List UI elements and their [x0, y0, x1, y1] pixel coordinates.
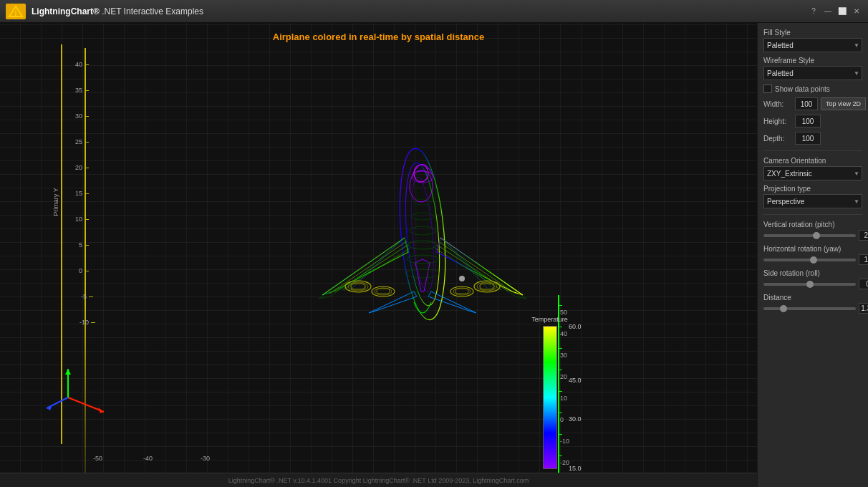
height-input[interactable] — [795, 115, 821, 127]
svg-point-40 — [410, 226, 435, 235]
svg-line-44 — [68, 397, 104, 412]
temp-label-15: 15.0 — [569, 465, 582, 472]
vertical-rotation-value: 29 — [859, 230, 868, 241]
side-rotation-section: Side rotation (roll) 0 — [763, 269, 862, 289]
divider-1 — [763, 150, 862, 151]
left-tick-30: 30 — [75, 112, 89, 120]
projection-type-select-wrapper: Perspective Orthographic — [763, 194, 862, 208]
side-rotation-slider-row: 0 — [763, 279, 862, 289]
svg-line-16 — [443, 239, 494, 289]
left-tick-40: 40 — [75, 61, 89, 68]
svg-rect-24 — [377, 289, 390, 294]
chart-title: Airplane colored in real-time by spatial… — [273, 32, 484, 42]
left-tick-0: 0 — [79, 267, 89, 274]
show-data-points-row: Show data points — [763, 85, 862, 93]
app-logo — [6, 4, 26, 19]
svg-line-8 — [335, 245, 408, 292]
horizontal-rotation-label: Horizontal rotation (yaw) — [763, 245, 862, 253]
main-layout: Airplane colored in real-time by spatial… — [0, 23, 868, 487]
help-button[interactable]: ? — [808, 6, 819, 17]
chart-area[interactable]: Airplane colored in real-time by spatial… — [0, 23, 757, 487]
window-controls[interactable]: ? — ⬜ ✕ — [808, 6, 862, 17]
horizontal-rotation-slider-row: 18 — [763, 254, 862, 265]
wireframe-style-select[interactable]: Paletted Solid None — [763, 66, 862, 80]
vertical-rotation-slider[interactable] — [763, 234, 856, 237]
fill-style-select[interactable]: Paletted Solid None — [763, 38, 862, 52]
side-rotation-slider[interactable] — [763, 283, 856, 286]
left-tick-15: 15 — [75, 190, 89, 197]
camera-orientation-section: Camera Orientation ZXY_Extrinsic XYZ_Int… — [763, 157, 862, 180]
wireframe-style-section: Wireframe Style Paletted Solid None — [763, 57, 862, 80]
horizontal-rotation-section: Horizontal rotation (yaw) 18 — [763, 245, 862, 265]
left-tick-5: 5 — [79, 241, 89, 249]
vertical-rotation-label: Vertical rotation (pitch) — [763, 221, 862, 228]
svg-point-43 — [405, 269, 440, 278]
svg-rect-31 — [455, 289, 468, 294]
camera-orientation-select[interactable]: ZXY_Extrinsic XYZ_Intrinsic — [763, 166, 862, 180]
svg-line-6 — [322, 238, 405, 295]
bottom-axis: -50 -40 -30 — [72, 455, 564, 469]
left-tick-m5: -5 — [81, 293, 93, 300]
temp-legend-bar: 60.0 45.0 30.0 15.0 — [543, 326, 557, 469]
temperature-legend: Temperature 60.0 45.0 30.0 15.0 — [530, 316, 569, 469]
horizontal-rotation-value: 18 — [859, 254, 868, 265]
left-axis-label: Primary Y — [52, 188, 59, 216]
app-title: LightningChart® .NET Interactive Example… — [32, 6, 203, 16]
svg-point-27 — [480, 284, 494, 289]
show-data-points-label: Show data points — [775, 85, 830, 93]
airplane-model — [251, 109, 594, 338]
svg-marker-47 — [65, 369, 71, 375]
titlebar: LightningChart® .NET Interactive Example… — [0, 0, 868, 23]
vertical-rotation-slider-row: 29 — [763, 230, 862, 241]
height-row: Height: — [763, 115, 862, 127]
distance-slider[interactable] — [763, 307, 856, 310]
show-data-points-checkbox[interactable] — [763, 85, 772, 93]
svg-point-4 — [408, 176, 438, 292]
width-input[interactable] — [795, 97, 818, 110]
xyz-arrows — [39, 362, 111, 419]
left-tick-25: 25 — [75, 138, 89, 145]
divider-2 — [763, 214, 862, 215]
distance-label: Distance — [763, 294, 862, 302]
temp-legend-title: Temperature — [530, 316, 569, 323]
left-tick-20: 20 — [75, 164, 89, 171]
depth-row: Depth: — [763, 132, 862, 145]
svg-point-3 — [400, 161, 444, 307]
left-tick-35: 35 — [75, 87, 89, 94]
wireframe-style-label: Wireframe Style — [763, 57, 862, 64]
horizontal-rotation-slider[interactable] — [763, 259, 856, 261]
distance-slider-row: 1.38 — [763, 303, 862, 314]
temp-label-30: 30.0 — [569, 415, 582, 423]
left-tick-10: 10 — [75, 216, 89, 223]
fill-style-label: Fill Style — [763, 29, 862, 37]
distance-section: Distance 1.38 — [763, 294, 862, 314]
camera-orientation-label: Camera Orientation — [763, 157, 862, 165]
svg-line-14 — [437, 245, 508, 291]
projection-type-label: Projection type — [763, 185, 862, 193]
right-panel: Fill Style Paletted Solid None Wireframe… — [757, 23, 868, 487]
maximize-button[interactable]: ⬜ — [836, 6, 848, 17]
side-rotation-label: Side rotation (roll) — [763, 269, 862, 277]
vertical-rotation-section: Vertical rotation (pitch) 29 — [763, 221, 862, 241]
fill-style-select-wrapper: Paletted Solid None — [763, 38, 862, 52]
camera-orientation-select-wrapper: ZXY_Extrinsic XYZ_Intrinsic — [763, 166, 862, 180]
temp-label-60: 60.0 — [569, 323, 582, 330]
temp-label-45: 45.0 — [569, 377, 582, 384]
fill-style-section: Fill Style Paletted Solid None — [763, 29, 862, 52]
minimize-button[interactable]: — — [822, 6, 834, 17]
svg-line-12 — [440, 238, 523, 295]
close-button[interactable]: ✕ — [851, 6, 862, 17]
projection-type-select[interactable]: Perspective Orthographic — [763, 194, 862, 208]
left-tick-m10: -10 — [79, 319, 95, 326]
height-label: Height: — [763, 117, 792, 125]
width-label: Width: — [763, 100, 792, 108]
width-row: Width: Top view 2D — [763, 97, 862, 110]
svg-point-2 — [394, 147, 452, 322]
distance-value: 1.38 — [859, 303, 868, 314]
top-view-button[interactable]: Top view 2D — [821, 97, 866, 110]
side-rotation-value: 0 — [859, 279, 868, 289]
svg-point-20 — [351, 284, 365, 289]
svg-point-41 — [408, 241, 437, 249]
depth-label: Depth: — [763, 135, 792, 143]
depth-input[interactable] — [795, 132, 821, 145]
